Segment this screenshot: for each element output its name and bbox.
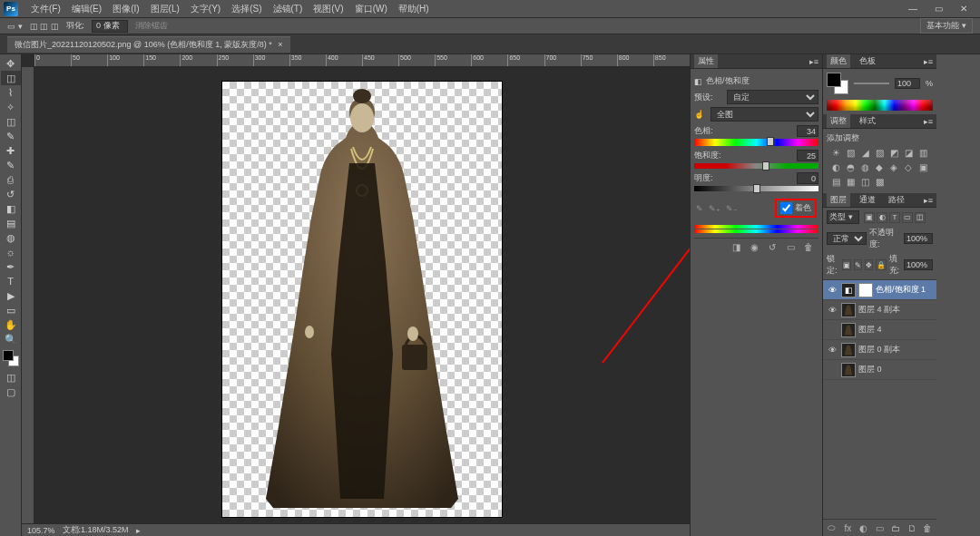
visibility-toggle-icon[interactable]: 👁 <box>826 346 838 355</box>
paths-tab[interactable]: 路径 <box>885 193 908 207</box>
status-menu-icon[interactable]: ▸ <box>136 526 141 535</box>
color-tab[interactable]: 颜色 <box>827 54 850 68</box>
color-fgbg-swatch[interactable] <box>827 73 848 94</box>
filter-adjust-icon[interactable]: ◐ <box>877 212 887 223</box>
lock-all-icon[interactable]: 🔒 <box>876 259 887 270</box>
new-group-icon[interactable]: 🗀 <box>889 522 902 533</box>
clip-to-layer-icon[interactable]: ◨ <box>730 241 742 252</box>
lightness-value-input[interactable] <box>797 172 818 184</box>
history-brush-tool[interactable]: ↺ <box>1 187 21 201</box>
antialias-checkbox[interactable]: 消除锯齿 <box>135 20 168 32</box>
adj-gradientmap-icon[interactable]: ▤ <box>830 175 843 188</box>
gradient-tool[interactable]: ▤ <box>1 216 21 230</box>
saturation-slider[interactable] <box>694 163 818 169</box>
saturation-value-input[interactable] <box>797 150 818 161</box>
blur-tool[interactable]: ◍ <box>1 230 21 245</box>
tool-preset-icon[interactable]: ▭ ▾ <box>7 22 23 31</box>
adj-huesat-icon[interactable]: ◪ <box>902 146 915 159</box>
menu-image[interactable]: 图像(I) <box>107 1 144 17</box>
clone-stamp-tool[interactable]: ⎙ <box>1 172 21 187</box>
hue-value-input[interactable] <box>797 125 818 137</box>
styles-tab[interactable]: 样式 <box>856 114 879 128</box>
hand-tool[interactable]: ✋ <box>1 317 21 332</box>
lock-transparent-icon[interactable]: ▣ <box>842 259 851 270</box>
filter-shape-icon[interactable]: ▭ <box>902 212 913 223</box>
layer-thumb[interactable] <box>841 363 856 377</box>
layer-name[interactable]: 色相/饱和度 1 <box>876 284 934 296</box>
filter-pixel-icon[interactable]: ▣ <box>864 212 875 223</box>
swatches-tab[interactable]: 色板 <box>856 54 879 68</box>
menu-view[interactable]: 视图(V) <box>308 1 348 17</box>
adj-selectivecolor-icon[interactable]: ▦ <box>845 175 858 188</box>
colorize-checkbox[interactable] <box>780 202 792 214</box>
layer-thumb[interactable] <box>841 343 856 357</box>
pen-tool[interactable]: ✒ <box>1 259 21 274</box>
filter-type-icon[interactable]: T <box>889 212 900 223</box>
panel-menu-icon[interactable]: ▸≡ <box>809 57 818 66</box>
opacity-input[interactable] <box>904 233 933 244</box>
feather-input[interactable] <box>92 20 128 33</box>
adj-levels-icon[interactable]: ▧ <box>845 146 858 159</box>
minimize-button[interactable]: — <box>900 1 926 17</box>
crop-tool[interactable]: ◫ <box>1 114 21 129</box>
path-select-tool[interactable]: ▶ <box>1 288 21 303</box>
shape-tool[interactable]: ▭ <box>1 303 21 317</box>
layer-name[interactable]: 图层 0 副本 <box>858 344 934 356</box>
color-swatch[interactable] <box>3 350 19 366</box>
menu-filter[interactable]: 滤镜(T) <box>268 1 309 17</box>
layers-tab[interactable]: 图层 <box>827 193 850 207</box>
brush-tool[interactable]: ✎ <box>1 158 21 172</box>
view-previous-icon[interactable]: ◉ <box>748 241 760 252</box>
toggle-visibility-icon[interactable]: ▭ <box>784 241 797 252</box>
adj-colorlookup-icon[interactable]: ◆ <box>874 161 887 173</box>
color-ramp[interactable] <box>827 100 933 111</box>
layer-thumb[interactable] <box>841 303 856 317</box>
zoom-tool[interactable]: 🔍 <box>1 332 21 346</box>
adj-channelmixer-icon[interactable]: ◍ <box>859 161 872 173</box>
healing-brush-tool[interactable]: ✚ <box>1 143 21 158</box>
layer-thumb[interactable] <box>841 323 856 337</box>
layer-row[interactable]: 👁图层 0 副本 <box>823 340 936 360</box>
type-tool[interactable]: T <box>1 274 21 288</box>
menu-help[interactable]: 帮助(H) <box>393 1 435 17</box>
adj-exposure-icon[interactable]: ▨ <box>874 146 887 159</box>
layer-name[interactable]: 图层 4 <box>858 324 934 336</box>
reset-icon[interactable]: ↺ <box>766 241 779 252</box>
lightness-slider[interactable] <box>694 186 818 191</box>
adj-photofilter-icon[interactable]: ◓ <box>845 161 858 173</box>
lasso-tool[interactable]: ⌇ <box>1 85 21 100</box>
properties-tab[interactable]: 属性 <box>694 54 718 68</box>
zoom-level[interactable]: 105.7% <box>27 526 55 535</box>
blend-mode-select[interactable]: 正常 <box>827 232 867 245</box>
document-size[interactable]: 文档:1.18M/3.52M <box>63 524 129 536</box>
menu-type[interactable]: 文字(Y) <box>185 1 226 17</box>
adj-bw-icon[interactable]: ◐ <box>830 161 843 173</box>
adj-threshold-icon[interactable]: ▣ <box>916 161 929 173</box>
marquee-tool[interactable]: ◫ <box>1 71 21 85</box>
document-tab[interactable]: 微信图片_20221120120502.png @ 106% (色相/饱和度 1… <box>7 36 290 53</box>
adj-extra1-icon[interactable]: ◫ <box>859 175 872 188</box>
close-button[interactable]: ✕ <box>951 1 976 17</box>
adj-posterize-icon[interactable]: ◇ <box>902 161 915 173</box>
new-layer-icon[interactable]: 🗋 <box>906 522 918 533</box>
panel-menu-icon[interactable]: ▸≡ <box>924 57 933 66</box>
dodge-tool[interactable]: ☼ <box>1 245 21 259</box>
eyedropper-icon[interactable]: ✎ <box>696 204 703 213</box>
layer-row[interactable]: 图层 4 <box>823 320 936 340</box>
preset-select[interactable]: 自定 <box>727 90 818 104</box>
eraser-tool[interactable]: ◧ <box>1 201 21 216</box>
lock-pixels-icon[interactable]: ✎ <box>854 259 862 270</box>
layer-row[interactable]: 👁◧色相/饱和度 1 <box>823 280 936 300</box>
adj-extra2-icon[interactable]: ▩ <box>874 175 887 188</box>
screen-mode-toggle[interactable]: ▢ <box>1 385 21 399</box>
channels-tab[interactable]: 通道 <box>856 193 879 207</box>
fill-input[interactable] <box>904 259 933 270</box>
workspace-switcher[interactable]: 基本功能 ▾ <box>920 18 973 34</box>
panel-menu-icon[interactable]: ▸≡ <box>924 196 933 205</box>
document-canvas[interactable] <box>222 82 502 517</box>
adj-colorbalance-icon[interactable]: ▥ <box>916 146 929 159</box>
horizontal-ruler[interactable]: 0 50 100 150 200 250 300 350 400 450 500… <box>34 54 690 67</box>
eyedropper-add-icon[interactable]: ✎₊ <box>709 204 720 213</box>
color-range-select[interactable]: 全图 <box>710 107 818 122</box>
layer-row[interactable]: 👁图层 4 副本 <box>823 300 936 320</box>
